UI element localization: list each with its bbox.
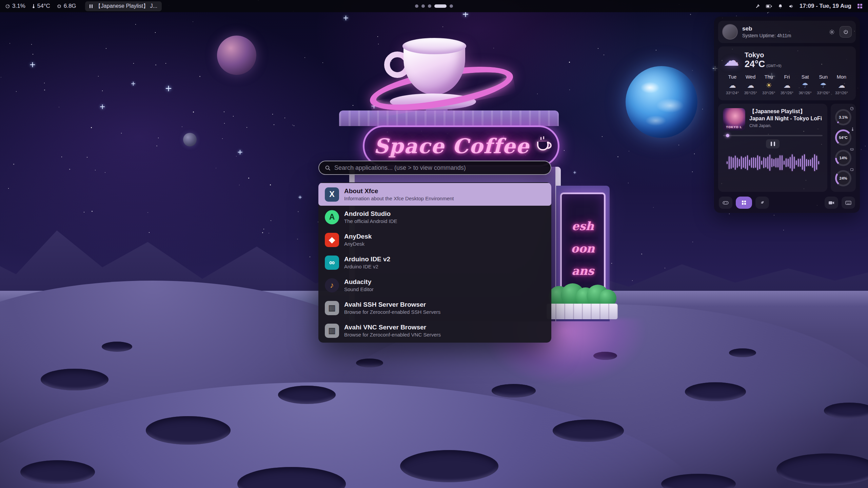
album-art-text: TOKYO L	[723, 125, 745, 129]
app-row-avahi-ssh[interactable]: ▥ Avahi SSH Server Browser Browse for Ze…	[318, 297, 551, 319]
system-gauges: 3.1% 54°C 14% 24%	[831, 104, 856, 192]
thermometer-icon	[32, 4, 35, 8]
star	[629, 151, 629, 151]
star	[632, 280, 633, 281]
star	[298, 211, 299, 212]
star	[729, 214, 730, 214]
waveform-bar	[804, 154, 805, 171]
quick-actions-row	[718, 195, 856, 209]
star	[8, 188, 9, 189]
search-icon	[325, 165, 331, 171]
app-row-about-xfce[interactable]: X About Xfce Information about the Xfce …	[318, 183, 551, 206]
gauge-memory: 14%	[834, 148, 853, 168]
waveform-bar	[755, 158, 756, 168]
leaf-button[interactable]	[755, 197, 769, 209]
crater	[41, 369, 108, 390]
workspace-dot[interactable]	[421, 4, 425, 8]
user-card: seb System Uptime: 4h11m	[718, 21, 856, 43]
memory-value: 6.8G	[64, 3, 76, 9]
neon-coffee-cup-icon	[537, 142, 549, 150]
settings-button[interactable]	[828, 28, 836, 36]
gauge-disk: 24%	[834, 168, 853, 188]
controller-icon	[723, 201, 729, 205]
star	[105, 172, 105, 173]
temp-stat: 54°C	[32, 3, 50, 9]
forecast-icon: ☁	[838, 82, 845, 89]
workspace-dot[interactable]	[428, 4, 431, 8]
keyboard-icon	[845, 201, 851, 205]
power-button[interactable]	[840, 26, 852, 38]
waveform-bar	[731, 157, 732, 168]
battery-icon[interactable]	[766, 4, 772, 8]
pause-button[interactable]	[766, 139, 780, 148]
xfce-logo-icon: X	[325, 187, 339, 202]
workspace-switcher	[415, 4, 453, 8]
progress-bar[interactable]	[723, 135, 823, 136]
waveform-bar	[747, 155, 748, 170]
star	[156, 145, 157, 146]
progress-handle[interactable]	[726, 134, 729, 137]
app-launcher: X About Xfce Information about the Xfce …	[318, 161, 551, 343]
video-button[interactable]	[825, 197, 838, 209]
app-row-anydesk[interactable]: ◆ AnyDesk AnyDesk	[318, 228, 551, 251]
workspace-dot[interactable]	[434, 4, 447, 8]
waveform-bar	[814, 154, 815, 171]
star	[199, 76, 200, 77]
star	[263, 229, 264, 229]
waveform	[723, 151, 823, 174]
avatar	[722, 24, 738, 40]
weather-cloud-icon: ☁	[724, 53, 739, 68]
star	[16, 91, 17, 92]
app-subtitle: The official Android IDE	[344, 218, 397, 224]
sparkle-star	[298, 196, 301, 199]
arduino-icon: ∞	[325, 256, 339, 270]
waveform-bar	[784, 161, 785, 165]
waveform-bar	[729, 156, 730, 169]
apps-grid-icon[interactable]	[857, 3, 863, 9]
workspace-dot[interactable]	[450, 4, 453, 8]
now-playing-pill[interactable]: 【Japanese Playlist】 J...	[85, 1, 162, 11]
cup-opening	[402, 38, 466, 54]
clock[interactable]: 17:09 - Tue, 19 Aug	[800, 3, 851, 9]
planet-purple	[217, 36, 256, 75]
star	[239, 185, 240, 185]
waveform-bar	[769, 155, 770, 171]
star	[322, 62, 323, 63]
waveform-bar	[816, 156, 817, 170]
app-row-arduino[interactable]: ∞ Arduino IDE v2 Arduino IDE v2	[318, 251, 551, 274]
app-title: Avahi SSH Server Browser	[344, 301, 440, 309]
workspace-dot[interactable]	[415, 4, 418, 8]
star	[1, 77, 1, 78]
now-playing-icon	[90, 4, 93, 8]
speaker-icon[interactable]	[789, 4, 794, 9]
star	[274, 124, 274, 125]
controller-button[interactable]	[719, 197, 732, 209]
sparkle-star	[131, 82, 135, 86]
star	[678, 145, 679, 145]
apps-button[interactable]	[736, 197, 752, 209]
waveform-bar	[739, 159, 740, 166]
waveform-bar	[818, 161, 819, 164]
star	[262, 232, 263, 233]
widgets-panel: seb System Uptime: 4h11m ☁ Tokyo 24°C(GM…	[714, 17, 860, 213]
search-bar[interactable]	[318, 161, 551, 175]
forecast-day: Sat☂36°/26°	[796, 74, 814, 95]
star	[692, 171, 693, 172]
app-row-audacity[interactable]: ♪ Audacity Sound Editor	[318, 274, 551, 297]
search-input[interactable]	[334, 164, 545, 171]
app-title: Android Studio	[344, 210, 397, 218]
search-results: X About Xfce Information about the Xfce …	[318, 182, 551, 343]
planet-small-moon	[183, 133, 197, 146]
bell-icon[interactable]	[778, 4, 783, 9]
star	[155, 64, 156, 65]
app-row-android-studio[interactable]: A Android Studio The official Android ID…	[318, 206, 551, 228]
waveform-bar	[780, 155, 781, 170]
app-row-avahi-vnc[interactable]: ▥ Avahi VNC Server Browser Browse for Ze…	[318, 319, 551, 342]
wrench-icon[interactable]	[755, 4, 760, 9]
app-title: Audacity	[344, 278, 374, 286]
forecast-icon: ☂	[820, 82, 827, 89]
star	[102, 90, 103, 91]
keyboard-button[interactable]	[842, 197, 855, 209]
app-subtitle: Information about the Xfce Desktop Envir…	[344, 196, 454, 201]
forecast-icon: ☀	[766, 82, 772, 89]
